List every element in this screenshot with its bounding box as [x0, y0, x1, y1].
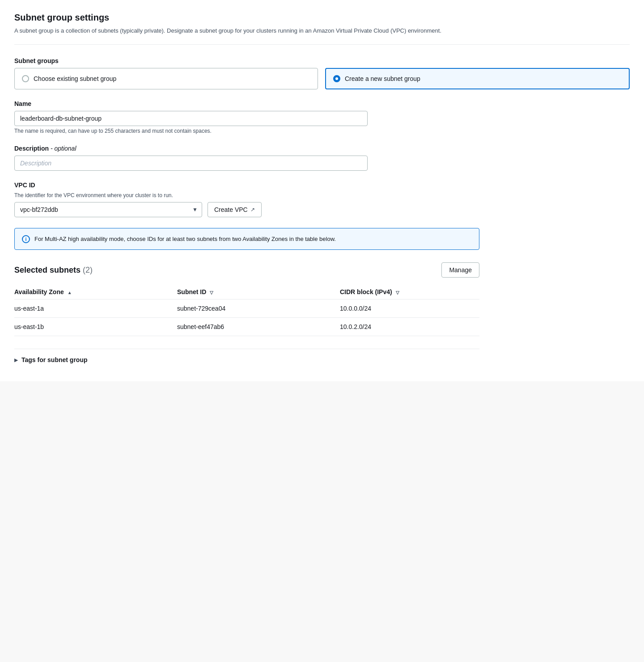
col-header-az: Availability Zone ▲	[14, 285, 177, 299]
triangle-expand-icon: ▶	[14, 358, 18, 363]
selected-subnets-section: Selected subnets (2) Manage Availability…	[14, 262, 630, 336]
subnets-count: (2)	[83, 266, 93, 274]
vpc-label: VPC ID	[14, 181, 630, 189]
table-row: us-east-1a subnet-729cea04 10.0.0.0/24	[14, 299, 479, 318]
vpc-row: vpc-bf272ddb ▼ Create VPC ↗	[14, 202, 630, 217]
name-input[interactable]	[14, 111, 368, 126]
radio-input-existing	[22, 75, 29, 82]
tags-label: Tags for subnet group	[21, 356, 88, 363]
radio-card-new[interactable]: Create a new subnet group	[325, 68, 630, 89]
radio-label-existing: Choose existing subnet group	[34, 75, 116, 82]
description-label: Description - optional	[14, 145, 630, 152]
tags-section: ▶ Tags for subnet group	[14, 349, 479, 363]
cell-subnet-2: subnet-eef47ab6	[177, 318, 340, 336]
external-link-icon: ↗	[250, 207, 255, 213]
subnets-header: Selected subnets (2) Manage	[14, 262, 479, 278]
sort-az-icon[interactable]: ▲	[68, 290, 72, 295]
vpc-hint: The identifier for the VPC environment w…	[14, 192, 630, 198]
name-field-group: Name The name is required, can have up t…	[14, 100, 630, 134]
vpc-select[interactable]: vpc-bf272ddb	[14, 202, 202, 217]
multi-az-info-box: i For Multi-AZ high availability mode, c…	[14, 228, 479, 250]
description-optional-label: - optional	[51, 145, 76, 152]
create-vpc-button[interactable]: Create VPC ↗	[208, 202, 262, 217]
col-header-subnet: Subnet ID ▽	[177, 285, 340, 299]
create-vpc-label: Create VPC	[214, 206, 248, 213]
subnet-groups-radio-group: Choose existing subnet group Create a ne…	[14, 68, 630, 89]
sort-cidr-icon[interactable]: ▽	[396, 290, 399, 295]
section-header: Subnet group settings A subnet group is …	[14, 13, 630, 45]
cell-subnet-1: subnet-729cea04	[177, 299, 340, 318]
cell-cidr-1: 10.0.0.0/24	[340, 299, 479, 318]
radio-card-existing[interactable]: Choose existing subnet group	[14, 68, 318, 89]
sort-subnet-icon[interactable]: ▽	[210, 290, 213, 295]
section-description: A subnet group is a collection of subnet…	[14, 26, 484, 35]
subnet-groups-label: Subnet groups	[14, 57, 630, 64]
name-hint: The name is required, can have up to 255…	[14, 128, 630, 134]
vpc-field-group: VPC ID The identifier for the VPC enviro…	[14, 181, 630, 217]
info-text: For Multi-AZ high availability mode, cho…	[34, 235, 336, 244]
vpc-select-wrapper: vpc-bf272ddb ▼	[14, 202, 202, 217]
table-header-row: Availability Zone ▲ Subnet ID ▽ CIDR blo…	[14, 285, 479, 299]
radio-input-new	[333, 75, 340, 82]
description-field-group: Description - optional	[14, 145, 630, 171]
cell-az-1: us-east-1a	[14, 299, 177, 318]
manage-subnets-button[interactable]: Manage	[441, 262, 479, 278]
cell-az-2: us-east-1b	[14, 318, 177, 336]
table-row: us-east-1b subnet-eef47ab6 10.0.2.0/24	[14, 318, 479, 336]
tags-toggle[interactable]: ▶ Tags for subnet group	[14, 356, 479, 363]
col-header-cidr: CIDR block (IPv4) ▽	[340, 285, 479, 299]
subnets-title: Selected subnets (2)	[14, 266, 93, 275]
info-icon: i	[22, 235, 30, 243]
subnets-table: Availability Zone ▲ Subnet ID ▽ CIDR blo…	[14, 285, 479, 336]
radio-label-new: Create a new subnet group	[345, 75, 420, 82]
section-title: Subnet group settings	[14, 13, 630, 23]
cell-cidr-2: 10.0.2.0/24	[340, 318, 479, 336]
description-input[interactable]	[14, 156, 368, 171]
subnet-groups-field: Subnet groups Choose existing subnet gro…	[14, 57, 630, 89]
name-label: Name	[14, 100, 630, 107]
